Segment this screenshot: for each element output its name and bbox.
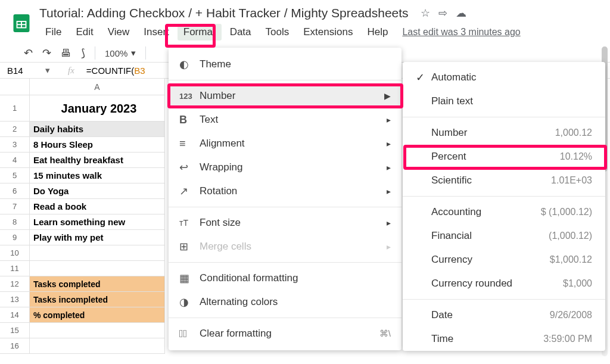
row-header[interactable]: 3 bbox=[0, 137, 30, 153]
cell-A15[interactable] bbox=[30, 323, 165, 338]
menu-insert[interactable]: Insert bbox=[138, 24, 175, 41]
number-scientific[interactable]: Scientific 1.01E+03 bbox=[403, 169, 605, 192]
paint-format-icon[interactable]: ⟆ bbox=[81, 46, 85, 60]
separator bbox=[403, 117, 605, 117]
menu-item-label: Currency bbox=[431, 254, 472, 266]
row-header[interactable]: 9 bbox=[0, 230, 30, 245]
menu-clear-formatting[interactable]: 𝕋⃠ Clear formatting ⌘\ bbox=[169, 322, 402, 346]
wrap-icon: ↩ bbox=[179, 161, 200, 174]
number-accounting[interactable]: Accounting $ (1,000.12) bbox=[403, 200, 605, 224]
menu-format[interactable]: Format bbox=[178, 24, 222, 41]
menu-text[interactable]: B Text ▸ bbox=[169, 108, 402, 132]
menu-theme[interactable]: ◐ Theme bbox=[169, 52, 402, 76]
cell-A7[interactable]: Read a book bbox=[30, 199, 165, 214]
number-currency[interactable]: Currency $1,000.12 bbox=[403, 248, 605, 272]
menu-item-label: Conditional formatting bbox=[200, 272, 298, 284]
number-currency-rounded[interactable]: Currency rounded $1,000 bbox=[403, 272, 605, 295]
menu-tools[interactable]: Tools bbox=[260, 24, 295, 41]
menu-font-size[interactable]: тT Font size ▸ bbox=[169, 211, 402, 235]
alt-colors-icon: ◑ bbox=[179, 295, 200, 309]
zoom-select[interactable]: 100% ▾ bbox=[105, 48, 136, 58]
number-percent[interactable]: Percent 10.12% bbox=[403, 145, 605, 169]
clear-format-icon: 𝕋⃠ bbox=[179, 328, 200, 340]
menu-item-label: Number bbox=[431, 127, 467, 139]
row-header[interactable]: 8 bbox=[0, 214, 30, 230]
row-header[interactable]: 13 bbox=[0, 292, 30, 307]
select-all-cell[interactable] bbox=[0, 79, 30, 95]
row-header[interactable]: 2 bbox=[0, 122, 30, 137]
last-edit[interactable]: Last edit was 3 minutes ago bbox=[402, 27, 520, 38]
row-header[interactable]: 10 bbox=[0, 245, 30, 261]
row-header[interactable]: 16 bbox=[0, 338, 30, 354]
menu-item-label: Date bbox=[431, 309, 453, 321]
number-automatic[interactable]: ✓ Automatic bbox=[403, 66, 605, 89]
sheets-logo[interactable] bbox=[10, 11, 33, 35]
name-box[interactable]: B14 bbox=[4, 66, 45, 76]
align-icon: ≡ bbox=[179, 138, 200, 150]
cell-A13[interactable]: Tasks incompleted bbox=[30, 292, 165, 307]
menu-help[interactable]: Help bbox=[361, 24, 394, 41]
submenu-arrow-icon: ▶ bbox=[384, 91, 391, 101]
cell-A11[interactable] bbox=[30, 261, 165, 276]
cell-A2[interactable]: Daily habits bbox=[30, 122, 165, 137]
menu-number[interactable]: 123 Number ▶ bbox=[169, 84, 402, 108]
separator bbox=[169, 207, 402, 207]
formula-bar[interactable]: =COUNTIF(B3 bbox=[86, 66, 145, 76]
menu-view[interactable]: View bbox=[102, 24, 136, 41]
menu-extensions[interactable]: Extensions bbox=[297, 24, 359, 41]
row-header[interactable]: 11 bbox=[0, 261, 30, 276]
menu-edit[interactable]: Edit bbox=[70, 24, 99, 41]
row-header[interactable]: 14 bbox=[0, 307, 30, 323]
row-header[interactable]: 5 bbox=[0, 168, 30, 183]
cell-A3[interactable]: 8 Hours Sleep bbox=[30, 137, 165, 153]
number-date[interactable]: Date 9/26/2008 bbox=[403, 303, 605, 327]
cell-A1[interactable]: January 2023 bbox=[30, 95, 165, 122]
cell-A14[interactable]: % completed bbox=[30, 307, 165, 323]
row-header[interactable]: 6 bbox=[0, 183, 30, 199]
redo-icon[interactable]: ↷ bbox=[42, 46, 51, 60]
cell-A8[interactable]: Learn something new bbox=[30, 214, 165, 230]
menu-item-label: Plain text bbox=[431, 95, 473, 107]
row-header[interactable]: 7 bbox=[0, 199, 30, 214]
column-header-A[interactable]: A bbox=[30, 79, 165, 95]
menu-item-label: Wrapping bbox=[200, 161, 242, 173]
undo-icon[interactable]: ↶ bbox=[24, 46, 33, 60]
sample: 1,000.12 bbox=[555, 127, 592, 138]
print-icon[interactable]: 🖶 bbox=[61, 47, 71, 60]
name-box-dropdown-icon[interactable]: ▾ bbox=[45, 65, 50, 76]
cell-A4[interactable]: Eat healthy breakfast bbox=[30, 153, 165, 168]
menu-item-label: Financial bbox=[431, 230, 472, 242]
number-number[interactable]: Number 1,000.12 bbox=[403, 121, 605, 145]
menu-conditional-formatting[interactable]: ▦ Conditional formatting bbox=[169, 266, 402, 290]
submenu-arrow-icon: ▸ bbox=[387, 218, 391, 228]
cell-A6[interactable]: Do Yoga bbox=[30, 183, 165, 199]
cell-A12[interactable]: Tasks completed bbox=[30, 276, 165, 292]
cell-A9[interactable]: Play with my pet bbox=[30, 230, 165, 245]
cell-A10[interactable] bbox=[30, 245, 165, 261]
number-time[interactable]: Time 3:59:00 PM bbox=[403, 327, 605, 351]
row-header[interactable]: 12 bbox=[0, 276, 30, 292]
menu-alignment[interactable]: ≡ Alignment ▸ bbox=[169, 132, 402, 155]
submenu-arrow-icon: ▸ bbox=[387, 242, 391, 251]
separator bbox=[403, 299, 605, 300]
menu-item-label: Font size bbox=[200, 217, 241, 229]
sample: (1,000.12) bbox=[549, 231, 592, 241]
cell-A5[interactable]: 15 minutes walk bbox=[30, 168, 165, 183]
menu-item-label: Rotation bbox=[200, 185, 237, 197]
menu-wrapping[interactable]: ↩ Wrapping ▸ bbox=[169, 155, 402, 179]
menu-file[interactable]: File bbox=[39, 24, 67, 41]
move-folder-icon[interactable]: ⇨ bbox=[438, 7, 447, 20]
menu-rotation[interactable]: ↗ Rotation ▸ bbox=[169, 179, 402, 203]
cell-A16[interactable] bbox=[30, 338, 165, 354]
cloud-icon[interactable]: ☁ bbox=[456, 7, 466, 20]
number-plain-text[interactable]: Plain text bbox=[403, 89, 605, 113]
star-icon[interactable]: ☆ bbox=[421, 7, 430, 20]
row-header[interactable]: 4 bbox=[0, 153, 30, 168]
menu-alternating-colors[interactable]: ◑ Alternating colors bbox=[169, 290, 402, 314]
row-header[interactable]: 1 bbox=[0, 95, 30, 122]
number-financial[interactable]: Financial (1,000.12) bbox=[403, 224, 605, 248]
sample: $1,000 bbox=[563, 278, 592, 289]
row-header[interactable]: 15 bbox=[0, 323, 30, 338]
doc-title[interactable]: Tutorial: Adding Checkbox / + Habit Trac… bbox=[39, 6, 409, 20]
menu-data[interactable]: Data bbox=[224, 24, 257, 41]
